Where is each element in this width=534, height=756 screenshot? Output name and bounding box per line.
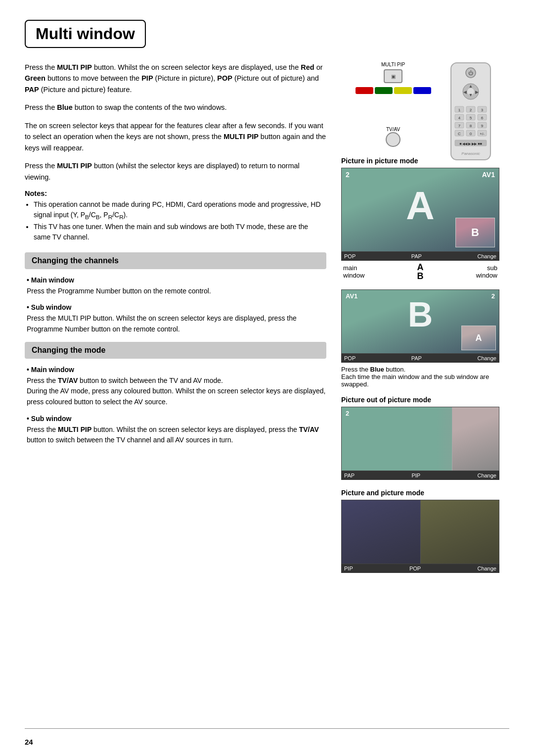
mode-sub-title: • Sub window bbox=[27, 415, 326, 423]
multi-pip-label: MULTI PIP bbox=[381, 62, 405, 67]
svg-text:9: 9 bbox=[481, 124, 483, 128]
mode-main-title: • Main window bbox=[27, 366, 326, 374]
notes-section: Notes: This operation cannot be made dur… bbox=[25, 189, 326, 242]
picture-in-picture-section: Picture in picture mode 2 AV1 A B POP PA… bbox=[341, 157, 509, 281]
svg-text:▼: ▼ bbox=[468, 93, 473, 97]
tvav-button-area: TV/AV bbox=[386, 127, 400, 147]
tvav-label: TV/AV bbox=[386, 127, 400, 132]
mode-main-text-2: During the AV mode, press any coloured b… bbox=[27, 386, 326, 407]
green-button-icon bbox=[375, 87, 393, 94]
svg-text:Panasonic: Panasonic bbox=[461, 151, 480, 156]
svg-text:4: 4 bbox=[458, 116, 460, 120]
pip-screen: 2 AV1 A B bbox=[341, 168, 499, 252]
swapped-ctrl-3: Change bbox=[477, 355, 496, 361]
swapped-ctrl-1: POP bbox=[344, 355, 356, 361]
page-title: Multi window bbox=[25, 20, 146, 48]
right-column: MULTI PIP ▣ bbox=[341, 62, 509, 582]
note-item-2: This TV has one tuner. When the main and… bbox=[34, 222, 326, 242]
swapped-screen: AV1 2 B A bbox=[341, 289, 499, 354]
pip-ch-right: AV1 bbox=[482, 171, 495, 179]
yellow-button-icon bbox=[394, 87, 412, 94]
svg-text:▲: ▲ bbox=[468, 84, 473, 89]
pap-ctrl-2: POP bbox=[409, 566, 421, 571]
pap-left-panel bbox=[342, 500, 420, 564]
channels-sub-text: Press the MULTI PIP button. Whilst the o… bbox=[27, 313, 326, 334]
pip-sub-screen: B bbox=[455, 218, 495, 247]
intro-paragraph-2: Press the Blue button to swap the conten… bbox=[25, 102, 326, 113]
svg-text:▶: ▶ bbox=[475, 90, 478, 94]
multi-pip-button-icon: ▣ bbox=[384, 69, 402, 83]
svg-text:3: 3 bbox=[481, 108, 483, 112]
pop-ctrl-2: PIP bbox=[411, 472, 420, 478]
notes-list: This operation cannot be made during PC,… bbox=[25, 199, 326, 242]
color-buttons-row bbox=[356, 87, 431, 94]
intro-paragraph-1: Press the MULTI PIP button. Whilst the o… bbox=[25, 62, 326, 95]
svg-text:+/-: +/- bbox=[480, 132, 485, 136]
pip-ctrl-change: Change bbox=[477, 253, 496, 259]
blue-btn-text1: Press the Blue button. bbox=[341, 366, 509, 373]
pip-ctrl-pap: PAP bbox=[411, 253, 422, 259]
svg-text:5: 5 bbox=[469, 116, 472, 120]
pip-ch-left: 2 bbox=[346, 171, 350, 179]
swapped-ch-left: AV1 bbox=[346, 292, 357, 300]
svg-text:8: 8 bbox=[469, 124, 472, 128]
mode-main-text-1: Press the TV/AV button to switch between… bbox=[27, 376, 326, 386]
swapped-big-letter: B bbox=[408, 295, 433, 334]
swap-info: AV1 2 B A POP PAP Change Press the Blue … bbox=[341, 289, 509, 388]
pap-section: Picture and picture mode 2 AV1 PIP POP C… bbox=[341, 489, 509, 573]
tvav-button-icon bbox=[386, 132, 400, 147]
sub-window-label: subwindow bbox=[476, 264, 497, 279]
pop-ctrl-3: Change bbox=[477, 472, 496, 478]
channels-sub-window: • Sub window Press the MULTI PIP button.… bbox=[25, 303, 326, 334]
multi-pip-area: MULTI PIP ▣ bbox=[356, 62, 431, 94]
left-column: Press the MULTI PIP button. Whilst the o… bbox=[25, 62, 326, 582]
pap-ctrl-3: Change bbox=[477, 566, 496, 571]
remote-body: ⏻ ▲ ▼ ◀ ▶ 1 2 bbox=[446, 62, 495, 162]
bottom-rule bbox=[25, 728, 509, 729]
blue-btn-text2: Each time the main window and the sub wi… bbox=[341, 373, 509, 388]
tvav-area: TV/AV bbox=[386, 127, 465, 147]
note-item-1: This operation cannot be made during PC,… bbox=[34, 199, 326, 221]
pip-small-letter: B bbox=[471, 226, 479, 239]
section-header-channels: Changing the channels bbox=[25, 252, 326, 269]
swapped-controls: POP PAP Change bbox=[341, 354, 499, 363]
pip-controls: POP PAP Change bbox=[341, 252, 499, 261]
channels-main-window: • Main window Press the Programme Number… bbox=[25, 276, 326, 297]
pap-screen: 2 AV1 bbox=[341, 500, 499, 564]
svg-text:0: 0 bbox=[469, 132, 472, 136]
pop-controls: PAP PIP Change bbox=[341, 471, 499, 480]
svg-text:⏻: ⏻ bbox=[468, 70, 473, 76]
intro-paragraph-4: Press the MULTI PIP button (whilst the s… bbox=[25, 160, 326, 183]
pip-big-letter: A bbox=[406, 183, 435, 229]
notes-title: Notes: bbox=[25, 189, 326, 197]
channels-sub-title: • Sub window bbox=[27, 303, 326, 311]
pap-right-panel bbox=[420, 500, 499, 564]
window-labels-row: mainwindow A B subwindow bbox=[341, 263, 499, 281]
swapped-ctrl-2: PAP bbox=[411, 355, 422, 361]
mode-sub-window: • Sub window Press the MULTI PIP button.… bbox=[25, 415, 326, 446]
pop-section: Picture out of picture mode 2 AV1 PAP PI… bbox=[341, 396, 509, 480]
mode-main-window: • Main window Press the TV/AV button to … bbox=[25, 366, 326, 408]
svg-text:◀: ◀ bbox=[463, 90, 466, 94]
swapped-ch-right: 2 bbox=[491, 292, 495, 300]
main-window-label: mainwindow bbox=[343, 264, 364, 279]
pap-ctrl-1: PIP bbox=[344, 566, 353, 571]
page-container: Multi window Press the MULTI PIP button.… bbox=[0, 0, 534, 756]
pap-controls: PIP POP Change bbox=[341, 564, 499, 573]
ab-arrow-icon: A B bbox=[417, 263, 424, 281]
pop-screen: 2 AV1 bbox=[341, 407, 499, 471]
mode-sub-text: Press the MULTI PIP button. Whilst the o… bbox=[27, 425, 326, 446]
swapped-pip-sub: A bbox=[461, 326, 496, 350]
pip-ctrl-pop: POP bbox=[344, 253, 356, 259]
pop-ch-left: 2 bbox=[346, 410, 349, 417]
remote-illustration: MULTI PIP ▣ bbox=[341, 62, 509, 147]
pap-label: Picture and picture mode bbox=[341, 489, 509, 497]
page-number: 24 bbox=[25, 738, 33, 746]
swapped-small-letter: A bbox=[476, 333, 482, 343]
section-header-mode: Changing the mode bbox=[25, 342, 326, 359]
svg-text:1: 1 bbox=[458, 108, 460, 112]
svg-text:2: 2 bbox=[469, 108, 472, 112]
pop-sub-area bbox=[452, 407, 499, 471]
blue-button-icon bbox=[413, 87, 431, 94]
channels-main-title: • Main window bbox=[27, 276, 326, 284]
